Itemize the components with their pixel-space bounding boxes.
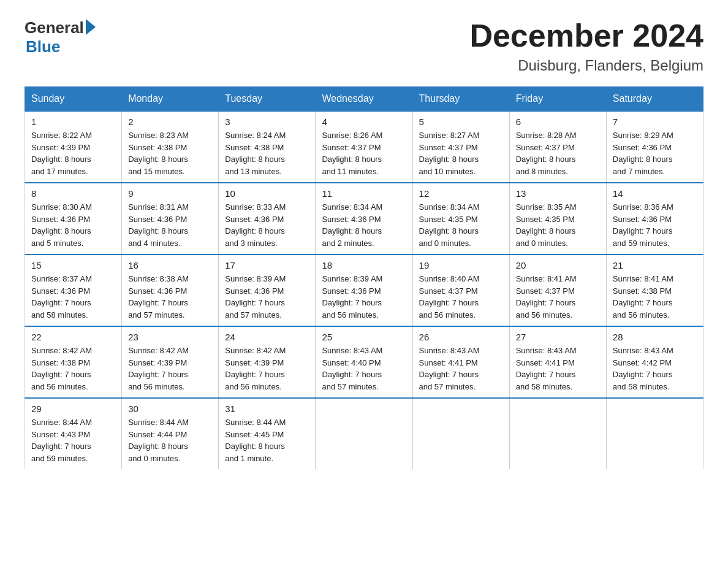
calendar-cell: 27 Sunrise: 8:43 AMSunset: 4:41 PMDaylig… (509, 326, 606, 398)
day-info: Sunrise: 8:23 AMSunset: 4:38 PMDaylight:… (128, 129, 212, 177)
calendar-cell: 16 Sunrise: 8:38 AMSunset: 4:36 PMDaylig… (122, 255, 219, 326)
calendar-cell (316, 398, 412, 469)
day-number: 6 (516, 117, 600, 127)
day-number: 31 (225, 404, 309, 414)
day-number: 19 (419, 260, 503, 270)
calendar-cell: 23 Sunrise: 8:42 AMSunset: 4:39 PMDaylig… (122, 326, 219, 398)
day-info: Sunrise: 8:41 AMSunset: 4:38 PMDaylight:… (613, 273, 697, 321)
month-title: December 2024 (469, 18, 703, 53)
calendar-cell: 12 Sunrise: 8:34 AMSunset: 4:35 PMDaylig… (412, 183, 509, 255)
day-number: 14 (613, 188, 697, 199)
day-number: 18 (322, 260, 406, 270)
calendar-cell: 13 Sunrise: 8:35 AMSunset: 4:35 PMDaylig… (509, 183, 606, 255)
day-info: Sunrise: 8:33 AMSunset: 4:36 PMDaylight:… (225, 201, 309, 249)
day-number: 24 (225, 332, 309, 342)
calendar-cell: 31 Sunrise: 8:44 AMSunset: 4:45 PMDaylig… (219, 398, 316, 469)
logo: General Blue (25, 18, 97, 56)
location-title: Duisburg, Flanders, Belgium (469, 57, 703, 74)
calendar-table: Sunday Monday Tuesday Wednesday Thursday… (25, 86, 703, 469)
day-number: 1 (31, 117, 115, 127)
calendar-cell: 1 Sunrise: 8:22 AMSunset: 4:39 PMDayligh… (25, 111, 122, 183)
calendar-week-row-3: 15 Sunrise: 8:37 AMSunset: 4:36 PMDaylig… (25, 255, 703, 326)
day-info: Sunrise: 8:37 AMSunset: 4:36 PMDaylight:… (31, 273, 115, 321)
calendar-cell: 26 Sunrise: 8:43 AMSunset: 4:41 PMDaylig… (412, 326, 509, 398)
day-number: 28 (613, 332, 697, 342)
day-number: 16 (128, 260, 212, 270)
calendar-week-row-1: 1 Sunrise: 8:22 AMSunset: 4:39 PMDayligh… (25, 111, 703, 183)
day-info: Sunrise: 8:31 AMSunset: 4:36 PMDaylight:… (128, 201, 212, 249)
logo-general-text: General (25, 18, 84, 37)
calendar-cell: 25 Sunrise: 8:43 AMSunset: 4:40 PMDaylig… (316, 326, 412, 398)
day-info: Sunrise: 8:43 AMSunset: 4:40 PMDaylight:… (322, 345, 406, 393)
calendar-week-row-5: 29 Sunrise: 8:44 AMSunset: 4:43 PMDaylig… (25, 398, 703, 469)
calendar-cell (606, 398, 703, 469)
calendar-cell: 11 Sunrise: 8:34 AMSunset: 4:36 PMDaylig… (316, 183, 412, 255)
day-info: Sunrise: 8:39 AMSunset: 4:36 PMDaylight:… (322, 273, 406, 321)
day-info: Sunrise: 8:34 AMSunset: 4:35 PMDaylight:… (419, 201, 503, 249)
day-info: Sunrise: 8:28 AMSunset: 4:37 PMDaylight:… (516, 129, 600, 177)
day-number: 10 (225, 188, 309, 199)
day-info: Sunrise: 8:22 AMSunset: 4:39 PMDaylight:… (31, 129, 115, 177)
day-number: 17 (225, 260, 309, 270)
day-info: Sunrise: 8:41 AMSunset: 4:37 PMDaylight:… (516, 273, 600, 321)
day-number: 20 (516, 260, 600, 270)
day-number: 26 (419, 332, 503, 342)
day-info: Sunrise: 8:42 AMSunset: 4:39 PMDaylight:… (128, 345, 212, 393)
day-info: Sunrise: 8:27 AMSunset: 4:37 PMDaylight:… (419, 129, 503, 177)
day-number: 9 (128, 188, 212, 199)
day-info: Sunrise: 8:30 AMSunset: 4:36 PMDaylight:… (31, 201, 115, 249)
calendar-cell: 30 Sunrise: 8:44 AMSunset: 4:44 PMDaylig… (122, 398, 219, 469)
day-number: 25 (322, 332, 406, 342)
calendar-cell (412, 398, 509, 469)
day-number: 13 (516, 188, 600, 199)
calendar-cell: 14 Sunrise: 8:36 AMSunset: 4:36 PMDaylig… (606, 183, 703, 255)
day-number: 12 (419, 188, 503, 199)
calendar-cell: 19 Sunrise: 8:40 AMSunset: 4:37 PMDaylig… (412, 255, 509, 326)
calendar-header-row: Sunday Monday Tuesday Wednesday Thursday… (25, 87, 703, 112)
day-info: Sunrise: 8:42 AMSunset: 4:39 PMDaylight:… (225, 345, 309, 393)
day-info: Sunrise: 8:35 AMSunset: 4:35 PMDaylight:… (516, 201, 600, 249)
day-info: Sunrise: 8:43 AMSunset: 4:41 PMDaylight:… (419, 345, 503, 393)
calendar-cell: 20 Sunrise: 8:41 AMSunset: 4:37 PMDaylig… (509, 255, 606, 326)
day-info: Sunrise: 8:26 AMSunset: 4:37 PMDaylight:… (322, 129, 406, 177)
page-header: General Blue December 2024 Duisburg, Fla… (25, 18, 703, 74)
day-number: 30 (128, 404, 212, 414)
day-info: Sunrise: 8:39 AMSunset: 4:36 PMDaylight:… (225, 273, 309, 321)
calendar-cell (509, 398, 606, 469)
day-info: Sunrise: 8:40 AMSunset: 4:37 PMDaylight:… (419, 273, 503, 321)
day-number: 27 (516, 332, 600, 342)
day-info: Sunrise: 8:29 AMSunset: 4:36 PMDaylight:… (613, 129, 697, 177)
day-number: 29 (31, 404, 115, 414)
day-info: Sunrise: 8:44 AMSunset: 4:45 PMDaylight:… (225, 416, 309, 464)
day-info: Sunrise: 8:43 AMSunset: 4:42 PMDaylight:… (613, 345, 697, 393)
calendar-cell: 7 Sunrise: 8:29 AMSunset: 4:36 PMDayligh… (606, 111, 703, 183)
calendar-cell: 21 Sunrise: 8:41 AMSunset: 4:38 PMDaylig… (606, 255, 703, 326)
col-friday: Friday (509, 87, 606, 112)
day-number: 8 (31, 188, 115, 199)
day-number: 7 (613, 117, 697, 127)
col-thursday: Thursday (412, 87, 509, 112)
day-info: Sunrise: 8:36 AMSunset: 4:36 PMDaylight:… (613, 201, 697, 249)
day-number: 2 (128, 117, 212, 127)
calendar-cell: 10 Sunrise: 8:33 AMSunset: 4:36 PMDaylig… (219, 183, 316, 255)
col-sunday: Sunday (25, 87, 122, 112)
day-number: 22 (31, 332, 115, 342)
calendar-cell: 4 Sunrise: 8:26 AMSunset: 4:37 PMDayligh… (316, 111, 412, 183)
day-info: Sunrise: 8:44 AMSunset: 4:44 PMDaylight:… (128, 416, 212, 464)
logo-triangle-icon (86, 19, 96, 35)
day-number: 11 (322, 188, 406, 199)
day-info: Sunrise: 8:34 AMSunset: 4:36 PMDaylight:… (322, 201, 406, 249)
col-wednesday: Wednesday (316, 87, 412, 112)
calendar-cell: 24 Sunrise: 8:42 AMSunset: 4:39 PMDaylig… (219, 326, 316, 398)
day-number: 5 (419, 117, 503, 127)
calendar-cell: 15 Sunrise: 8:37 AMSunset: 4:36 PMDaylig… (25, 255, 122, 326)
calendar-cell: 3 Sunrise: 8:24 AMSunset: 4:38 PMDayligh… (219, 111, 316, 183)
calendar-cell: 17 Sunrise: 8:39 AMSunset: 4:36 PMDaylig… (219, 255, 316, 326)
calendar-cell: 28 Sunrise: 8:43 AMSunset: 4:42 PMDaylig… (606, 326, 703, 398)
calendar-cell: 2 Sunrise: 8:23 AMSunset: 4:38 PMDayligh… (122, 111, 219, 183)
col-saturday: Saturday (606, 87, 703, 112)
calendar-cell: 5 Sunrise: 8:27 AMSunset: 4:37 PMDayligh… (412, 111, 509, 183)
calendar-cell: 29 Sunrise: 8:44 AMSunset: 4:43 PMDaylig… (25, 398, 122, 469)
day-number: 4 (322, 117, 406, 127)
title-section: December 2024 Duisburg, Flanders, Belgiu… (469, 18, 703, 74)
